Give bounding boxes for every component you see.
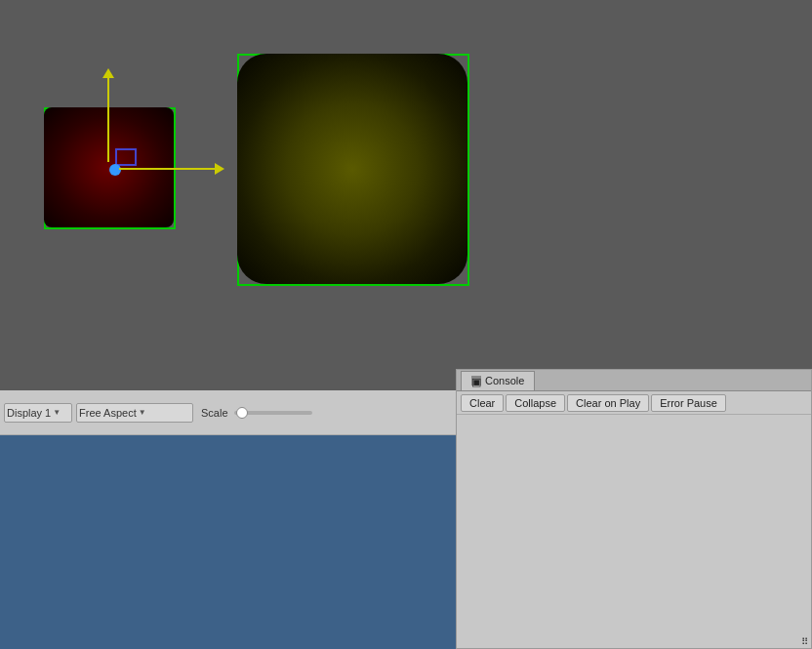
scale-slider[interactable] [234, 411, 312, 415]
y-axis-arrow[interactable] [107, 76, 109, 162]
scale-slider-thumb[interactable] [236, 407, 248, 419]
clear-button[interactable]: Clear [461, 394, 504, 412]
clear-on-play-button[interactable]: Clear on Play [567, 394, 649, 412]
console-tab-label: Console [485, 375, 524, 386]
scene-view [0, 0, 812, 390]
resize-icon: ⠿ [801, 636, 808, 647]
console-tab-icon: ▣ [471, 376, 481, 385]
game-content [0, 435, 456, 649]
display-select[interactable]: Display 1 ▼ [4, 403, 72, 423]
selection-rect [115, 148, 137, 166]
game-toolbar: Display 1 ▼ Free Aspect ▼ Scale [0, 390, 456, 435]
console-toolbar: Clear Collapse Clear on Play Error Pause [457, 391, 811, 415]
pivot-dot [109, 164, 121, 176]
display-select-label: Display 1 [7, 407, 51, 419]
console-tab-bar: ▣ Console [457, 370, 811, 391]
console-tab[interactable]: ▣ Console [461, 371, 535, 390]
aspect-select-arrow: ▼ [139, 408, 146, 417]
aspect-select-label: Free Aspect [79, 407, 137, 419]
game-panel: Display 1 ▼ Free Aspect ▼ Scale [0, 390, 456, 649]
error-pause-button[interactable]: Error Pause [651, 394, 726, 412]
aspect-select[interactable]: Free Aspect ▼ [76, 403, 193, 423]
display-select-arrow: ▼ [53, 408, 61, 417]
collapse-button[interactable]: Collapse [506, 394, 565, 412]
scale-label: Scale [201, 407, 228, 419]
console-content [457, 415, 811, 648]
console-panel: ▣ Console Clear Collapse Clear on Play E… [456, 369, 812, 649]
large-object-inner [237, 54, 467, 284]
large-scene-object [237, 54, 469, 286]
x-axis-arrow[interactable] [119, 168, 217, 170]
